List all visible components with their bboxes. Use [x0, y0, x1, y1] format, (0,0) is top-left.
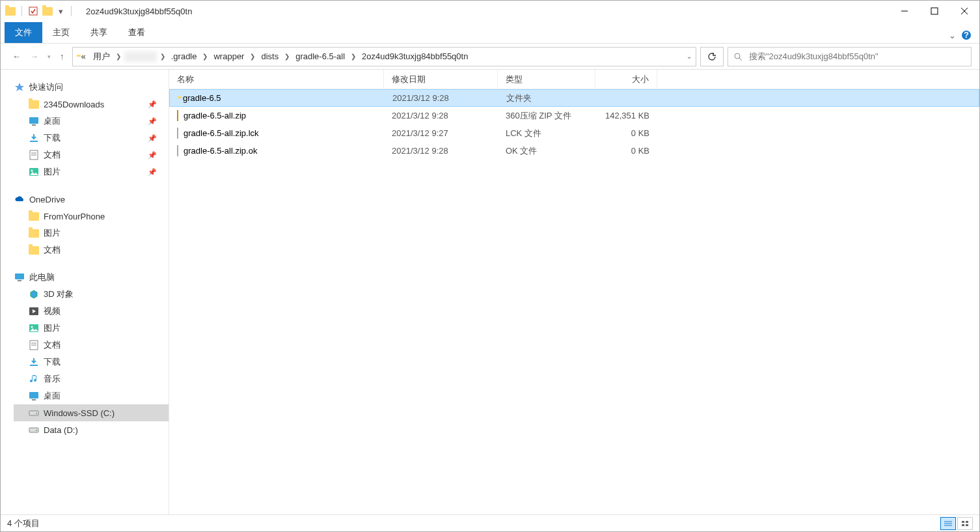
chevron-right-icon[interactable]: ❯ [202, 53, 208, 60]
file-row[interactable]: gradle-6.5 2021/3/12 9:28 文件夹 [169, 89, 979, 107]
sidebar-item-label: 图片 [44, 227, 61, 239]
ribbon-expand-icon[interactable]: ⌄ [949, 31, 956, 40]
sidebar-item[interactable]: 桌面 [14, 387, 169, 404]
address-bar[interactable]: « 用户❯ ❯ .gradle❯ wrapper❯ dists❯ gradle-… [72, 47, 697, 66]
tab-view[interactable]: 查看 [118, 22, 156, 43]
qat-dropdown[interactable]: ▾ [59, 7, 63, 16]
file-date: 2021/3/12 9:27 [384, 128, 498, 138]
sidebar-item[interactable]: 图片 [14, 225, 169, 242]
properties-icon[interactable] [27, 5, 39, 17]
up-button[interactable]: ↑ [60, 51, 64, 61]
svg-rect-17 [15, 273, 24, 279]
sidebar-item[interactable]: 3D 对象 [14, 286, 169, 303]
sidebar: 快速访问2345Downloads📌桌面📌下载📌文档📌图片📌OneDriveFr… [1, 70, 169, 514]
music-icon [28, 373, 40, 385]
sidebar-item-label: 桌面 [44, 115, 61, 127]
sidebar-item[interactable]: 图片📌 [14, 163, 169, 180]
sidebar-item[interactable]: 音乐 [14, 371, 169, 387]
column-date[interactable]: 修改日期 [384, 70, 498, 89]
column-type[interactable]: 类型 [498, 70, 595, 89]
file-size: 0 KB [595, 128, 657, 138]
view-icons-button[interactable] [957, 517, 973, 530]
sidebar-item[interactable]: Windows-SSD (C:) [14, 404, 169, 421]
sidebar-item[interactable]: 视频 [14, 303, 169, 320]
recent-dropdown-icon[interactable]: ▾ [48, 53, 51, 60]
sidebar-header[interactable]: 此电脑 [14, 269, 169, 286]
sidebar-item[interactable]: Data (D:) [14, 421, 169, 438]
sidebar-item[interactable]: 2345Downloads📌 [14, 96, 169, 113]
column-size[interactable]: 大小 [595, 70, 657, 89]
sidebar-item-label: 音乐 [44, 373, 61, 385]
column-name[interactable]: 名称 [169, 70, 384, 89]
svg-rect-27 [32, 399, 36, 400]
address-dropdown-icon[interactable]: ⌄ [687, 53, 692, 60]
file-name: gradle-6.5-all.zip.ok [184, 146, 257, 156]
sidebar-item-label: 文档 [44, 244, 61, 256]
drive-icon [28, 407, 40, 419]
breadcrumb-item[interactable]: 2oz4ud9k3tuxjg84bbf55q0tn [359, 51, 470, 62]
file-icon [177, 146, 178, 156]
breadcrumb-item[interactable]: dists [258, 51, 281, 62]
chevron-right-icon[interactable]: ❯ [351, 53, 356, 60]
videos-icon [28, 305, 40, 317]
file-size: 142,351 KB [595, 111, 657, 120]
tab-file[interactable]: 文件 [5, 22, 42, 43]
file-size: 0 KB [595, 146, 657, 156]
ribbon: 文件 主页 共享 查看 ⌄ ? [1, 21, 979, 44]
forward-button[interactable]: → [30, 51, 38, 61]
file-icon [177, 128, 178, 138]
pictures-icon [28, 322, 40, 334]
sidebar-item[interactable]: 文档 [14, 242, 169, 259]
file-row[interactable]: gradle-6.5-all.zip 2021/3/12 9:28 360压缩 … [169, 107, 979, 124]
maximize-button[interactable] [919, 1, 949, 21]
search-placeholder: 搜索"2oz4ud9k3tuxjg84bbf55q0tn" [749, 51, 878, 63]
refresh-button[interactable] [700, 47, 724, 66]
breadcrumb-item[interactable] [124, 51, 157, 62]
sidebar-item[interactable]: 下载 [14, 354, 169, 371]
sidebar-item[interactable]: FromYourPhone [14, 208, 169, 225]
help-icon[interactable]: ? [961, 30, 972, 40]
sidebar-header[interactable]: OneDrive [14, 191, 169, 208]
sidebar-item[interactable]: 下载📌 [14, 130, 169, 147]
file-pane: 名称 修改日期 类型 大小 gradle-6.5 2021/3/12 9:28 … [169, 70, 979, 514]
sidebar-header-label: OneDrive [29, 195, 65, 204]
folder-icon[interactable] [42, 5, 53, 17]
sidebar-item-label: 2345Downloads [44, 100, 104, 109]
svg-rect-28 [29, 411, 38, 415]
close-button[interactable] [949, 1, 979, 21]
minimize-button[interactable] [890, 1, 919, 21]
chevron-right-icon[interactable]: ❯ [284, 53, 290, 60]
column-headers: 名称 修改日期 类型 大小 [169, 70, 979, 89]
sidebar-header[interactable]: 快速访问 [14, 79, 169, 96]
breadcrumb-item[interactable]: .gradle [169, 51, 200, 62]
breadcrumb-item[interactable]: gradle-6.5-all [293, 51, 347, 62]
sidebar-item[interactable]: 文档 [14, 337, 169, 354]
star-icon [14, 81, 25, 93]
breadcrumb-prefix[interactable]: « [79, 51, 88, 62]
drive-icon [28, 424, 40, 436]
chevron-right-icon[interactable]: ❯ [160, 53, 165, 60]
sidebar-header-label: 此电脑 [29, 272, 55, 283]
tab-home[interactable]: 主页 [42, 22, 80, 43]
file-type: 文件夹 [498, 92, 596, 104]
folder-icon [28, 98, 40, 110]
search-box[interactable]: 搜索"2oz4ud9k3tuxjg84bbf55q0tn" [728, 47, 972, 66]
sidebar-item[interactable]: 文档📌 [14, 147, 169, 163]
chevron-right-icon[interactable]: ❯ [250, 53, 255, 60]
view-details-button[interactable] [940, 517, 956, 530]
pin-icon: 📌 [148, 151, 157, 160]
svg-text:?: ? [964, 30, 969, 40]
svg-line-8 [739, 58, 742, 61]
breadcrumb-item[interactable]: wrapper [211, 51, 247, 62]
chevron-right-icon[interactable]: ❯ [116, 53, 121, 60]
file-row[interactable]: gradle-6.5-all.zip.lck 2021/3/12 9:27 LC… [169, 124, 979, 142]
sidebar-item[interactable]: 桌面📌 [14, 113, 169, 130]
back-button[interactable]: ← [12, 51, 21, 61]
breadcrumb-item[interactable]: 用户 [90, 50, 113, 63]
tab-share[interactable]: 共享 [80, 22, 118, 43]
separator [71, 6, 72, 16]
svg-rect-35 [962, 521, 964, 523]
file-row[interactable]: gradle-6.5-all.zip.ok 2021/3/12 9:28 OK … [169, 142, 979, 160]
sidebar-item[interactable]: 图片 [14, 320, 169, 337]
documents-icon [28, 339, 40, 351]
